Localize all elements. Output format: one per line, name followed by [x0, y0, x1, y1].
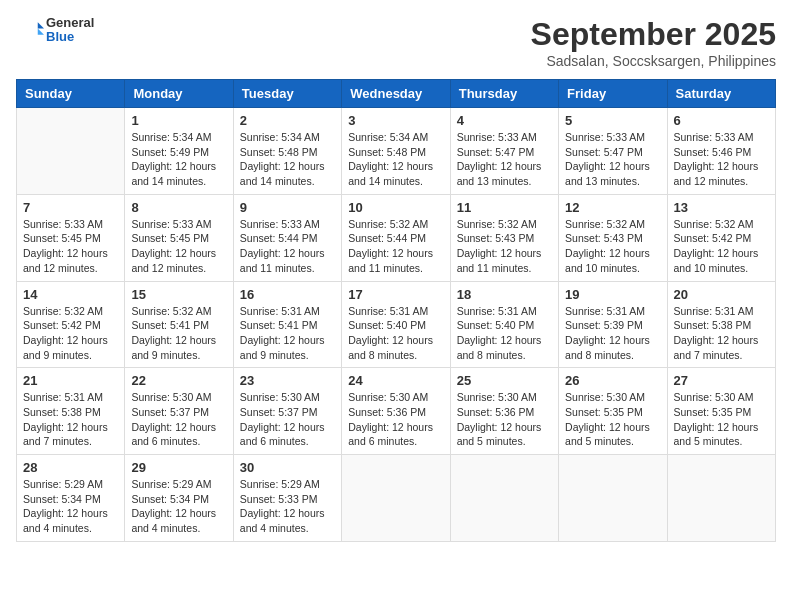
day-info: Sunrise: 5:32 AM Sunset: 5:41 PM Dayligh…: [131, 304, 226, 363]
day-number: 9: [240, 200, 335, 215]
calendar-cell: [667, 455, 775, 542]
calendar-cell: 25Sunrise: 5:30 AM Sunset: 5:36 PM Dayli…: [450, 368, 558, 455]
calendar-cell: 26Sunrise: 5:30 AM Sunset: 5:35 PM Dayli…: [559, 368, 667, 455]
day-number: 11: [457, 200, 552, 215]
day-number: 2: [240, 113, 335, 128]
day-number: 14: [23, 287, 118, 302]
calendar-cell: 13Sunrise: 5:32 AM Sunset: 5:42 PM Dayli…: [667, 194, 775, 281]
day-number: 20: [674, 287, 769, 302]
logo-text: General Blue: [46, 16, 94, 45]
day-info: Sunrise: 5:33 AM Sunset: 5:47 PM Dayligh…: [565, 130, 660, 189]
day-info: Sunrise: 5:31 AM Sunset: 5:41 PM Dayligh…: [240, 304, 335, 363]
day-info: Sunrise: 5:30 AM Sunset: 5:37 PM Dayligh…: [240, 390, 335, 449]
day-info: Sunrise: 5:30 AM Sunset: 5:36 PM Dayligh…: [457, 390, 552, 449]
day-number: 3: [348, 113, 443, 128]
day-header-wednesday: Wednesday: [342, 80, 450, 108]
calendar-cell: 5Sunrise: 5:33 AM Sunset: 5:47 PM Daylig…: [559, 108, 667, 195]
day-info: Sunrise: 5:33 AM Sunset: 5:45 PM Dayligh…: [131, 217, 226, 276]
calendar-cell: 11Sunrise: 5:32 AM Sunset: 5:43 PM Dayli…: [450, 194, 558, 281]
day-info: Sunrise: 5:34 AM Sunset: 5:49 PM Dayligh…: [131, 130, 226, 189]
day-number: 21: [23, 373, 118, 388]
calendar-cell: 27Sunrise: 5:30 AM Sunset: 5:35 PM Dayli…: [667, 368, 775, 455]
day-info: Sunrise: 5:29 AM Sunset: 5:34 PM Dayligh…: [23, 477, 118, 536]
day-number: 13: [674, 200, 769, 215]
calendar-cell: 23Sunrise: 5:30 AM Sunset: 5:37 PM Dayli…: [233, 368, 341, 455]
day-header-thursday: Thursday: [450, 80, 558, 108]
day-info: Sunrise: 5:30 AM Sunset: 5:35 PM Dayligh…: [565, 390, 660, 449]
day-number: 26: [565, 373, 660, 388]
day-number: 10: [348, 200, 443, 215]
day-info: Sunrise: 5:31 AM Sunset: 5:38 PM Dayligh…: [674, 304, 769, 363]
day-info: Sunrise: 5:33 AM Sunset: 5:45 PM Dayligh…: [23, 217, 118, 276]
day-number: 6: [674, 113, 769, 128]
day-info: Sunrise: 5:34 AM Sunset: 5:48 PM Dayligh…: [348, 130, 443, 189]
calendar-cell: 6Sunrise: 5:33 AM Sunset: 5:46 PM Daylig…: [667, 108, 775, 195]
logo-blue-text: Blue: [46, 30, 94, 44]
calendar-cell: 12Sunrise: 5:32 AM Sunset: 5:43 PM Dayli…: [559, 194, 667, 281]
calendar-cell: 4Sunrise: 5:33 AM Sunset: 5:47 PM Daylig…: [450, 108, 558, 195]
calendar-cell: 8Sunrise: 5:33 AM Sunset: 5:45 PM Daylig…: [125, 194, 233, 281]
day-number: 16: [240, 287, 335, 302]
calendar-cell: 18Sunrise: 5:31 AM Sunset: 5:40 PM Dayli…: [450, 281, 558, 368]
day-info: Sunrise: 5:30 AM Sunset: 5:35 PM Dayligh…: [674, 390, 769, 449]
day-info: Sunrise: 5:32 AM Sunset: 5:42 PM Dayligh…: [674, 217, 769, 276]
day-number: 18: [457, 287, 552, 302]
calendar-cell: 19Sunrise: 5:31 AM Sunset: 5:39 PM Dayli…: [559, 281, 667, 368]
day-number: 17: [348, 287, 443, 302]
calendar-cell: 22Sunrise: 5:30 AM Sunset: 5:37 PM Dayli…: [125, 368, 233, 455]
month-title: September 2025: [531, 16, 776, 53]
calendar-cell: 7Sunrise: 5:33 AM Sunset: 5:45 PM Daylig…: [17, 194, 125, 281]
calendar-cell: 24Sunrise: 5:30 AM Sunset: 5:36 PM Dayli…: [342, 368, 450, 455]
day-info: Sunrise: 5:31 AM Sunset: 5:40 PM Dayligh…: [348, 304, 443, 363]
day-number: 23: [240, 373, 335, 388]
location-text: Sadsalan, Soccsksargen, Philippines: [531, 53, 776, 69]
day-number: 4: [457, 113, 552, 128]
logo: General Blue: [16, 16, 94, 45]
day-header-friday: Friday: [559, 80, 667, 108]
day-number: 12: [565, 200, 660, 215]
day-number: 27: [674, 373, 769, 388]
day-info: Sunrise: 5:31 AM Sunset: 5:39 PM Dayligh…: [565, 304, 660, 363]
day-info: Sunrise: 5:32 AM Sunset: 5:44 PM Dayligh…: [348, 217, 443, 276]
calendar-cell: 15Sunrise: 5:32 AM Sunset: 5:41 PM Dayli…: [125, 281, 233, 368]
day-number: 22: [131, 373, 226, 388]
calendar-cell: 20Sunrise: 5:31 AM Sunset: 5:38 PM Dayli…: [667, 281, 775, 368]
calendar-week-3: 14Sunrise: 5:32 AM Sunset: 5:42 PM Dayli…: [17, 281, 776, 368]
calendar-week-5: 28Sunrise: 5:29 AM Sunset: 5:34 PM Dayli…: [17, 455, 776, 542]
day-number: 7: [23, 200, 118, 215]
day-header-monday: Monday: [125, 80, 233, 108]
calendar-week-4: 21Sunrise: 5:31 AM Sunset: 5:38 PM Dayli…: [17, 368, 776, 455]
calendar-cell: 21Sunrise: 5:31 AM Sunset: 5:38 PM Dayli…: [17, 368, 125, 455]
logo-general-text: General: [46, 16, 94, 30]
day-info: Sunrise: 5:33 AM Sunset: 5:47 PM Dayligh…: [457, 130, 552, 189]
day-header-tuesday: Tuesday: [233, 80, 341, 108]
day-number: 28: [23, 460, 118, 475]
calendar-week-1: 1Sunrise: 5:34 AM Sunset: 5:49 PM Daylig…: [17, 108, 776, 195]
calendar-cell: 30Sunrise: 5:29 AM Sunset: 5:33 PM Dayli…: [233, 455, 341, 542]
day-info: Sunrise: 5:33 AM Sunset: 5:46 PM Dayligh…: [674, 130, 769, 189]
calendar-cell: 28Sunrise: 5:29 AM Sunset: 5:34 PM Dayli…: [17, 455, 125, 542]
calendar-cell: 29Sunrise: 5:29 AM Sunset: 5:34 PM Dayli…: [125, 455, 233, 542]
title-area: September 2025 Sadsalan, Soccsksargen, P…: [531, 16, 776, 69]
day-header-saturday: Saturday: [667, 80, 775, 108]
day-info: Sunrise: 5:32 AM Sunset: 5:42 PM Dayligh…: [23, 304, 118, 363]
svg-marker-0: [38, 23, 44, 29]
day-number: 29: [131, 460, 226, 475]
day-info: Sunrise: 5:31 AM Sunset: 5:38 PM Dayligh…: [23, 390, 118, 449]
day-number: 8: [131, 200, 226, 215]
calendar-table: SundayMondayTuesdayWednesdayThursdayFrid…: [16, 79, 776, 542]
svg-marker-1: [38, 29, 44, 35]
logo-icon: [16, 16, 44, 44]
day-number: 24: [348, 373, 443, 388]
day-info: Sunrise: 5:34 AM Sunset: 5:48 PM Dayligh…: [240, 130, 335, 189]
day-header-sunday: Sunday: [17, 80, 125, 108]
day-info: Sunrise: 5:32 AM Sunset: 5:43 PM Dayligh…: [457, 217, 552, 276]
calendar-cell: [450, 455, 558, 542]
calendar-cell: [342, 455, 450, 542]
calendar-cell: [17, 108, 125, 195]
calendar-week-2: 7Sunrise: 5:33 AM Sunset: 5:45 PM Daylig…: [17, 194, 776, 281]
day-info: Sunrise: 5:33 AM Sunset: 5:44 PM Dayligh…: [240, 217, 335, 276]
day-number: 30: [240, 460, 335, 475]
calendar-cell: 17Sunrise: 5:31 AM Sunset: 5:40 PM Dayli…: [342, 281, 450, 368]
calendar-cell: 10Sunrise: 5:32 AM Sunset: 5:44 PM Dayli…: [342, 194, 450, 281]
